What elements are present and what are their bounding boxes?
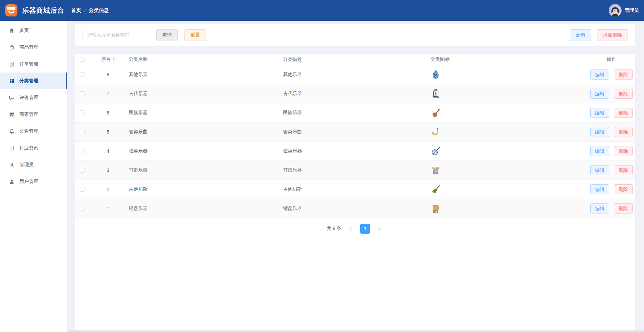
select-all-checkbox[interactable] [80,57,85,62]
category-name: 古代乐器 [125,91,279,97]
row-id: 7 [91,91,125,96]
query-button[interactable]: 查询 [156,29,178,41]
main-content: 查询 重置 新增 批量删除 序号 分类名称 分类描述 分类图标 操作 [67,21,644,332]
table-row: 8 其他乐器 其他乐器 编辑 删除 [75,65,635,84]
sidebar-item-news-doc[interactable]: 行业资讯 [0,140,67,156]
comment-icon [9,95,15,101]
delete-button[interactable]: 删除 [614,146,633,156]
delete-button[interactable]: 删除 [614,184,633,194]
sidebar-item-home[interactable]: 首页 [0,22,67,39]
row-checkbox[interactable] [80,110,85,115]
prev-page-icon[interactable] [346,224,355,233]
table-row: 7 古代乐器 古代乐器 编辑 删除 [75,84,635,103]
row-checkbox[interactable] [80,130,85,134]
table-row: 2 吉他贝斯 吉他贝斯 编辑 删除 [75,180,635,199]
storefront-logo-icon [5,4,18,17]
column-header-id[interactable]: 序号 [91,56,125,62]
store-icon [9,111,15,117]
delete-button[interactable]: 删除 [614,89,633,99]
page-number-button[interactable]: 1 [360,224,370,234]
column-header-ops: 操作 [588,56,635,62]
breadcrumb-current: 分类信息 [89,7,109,14]
row-checkbox[interactable] [80,168,85,173]
row-checkbox[interactable] [80,72,85,77]
user-person-icon [9,179,15,185]
reset-button[interactable]: 重置 [184,29,206,41]
sidebar-item-label: 分类管理 [19,78,38,84]
banjo-icon [431,146,441,156]
edit-button[interactable]: 编辑 [590,184,609,194]
ancient-instrument-icon [431,89,441,99]
delete-button[interactable]: 删除 [614,203,633,214]
row-checkbox[interactable] [80,187,85,192]
horizontal-scrollbar[interactable] [67,330,644,332]
breadcrumb-separator: / [84,8,86,13]
sidebar-item-admin-person[interactable]: 管理员 [0,156,67,173]
category-name: 民族乐器 [125,110,279,116]
edit-button[interactable]: 编辑 [590,127,609,137]
next-page-icon[interactable] [375,224,384,233]
category-name: 其他乐器 [125,72,279,78]
avatar[interactable] [609,4,622,17]
table-header: 序号 分类名称 分类描述 分类图标 操作 [75,54,635,65]
category-description: 管类乐曲 [279,129,427,135]
add-button[interactable]: 新增 [570,29,591,41]
sidebar-item-comment[interactable]: 评价管理 [0,89,67,106]
sidebar-item-label: 评价管理 [19,95,38,101]
sidebar-item-order-doc[interactable]: 订单管理 [0,56,67,73]
app-title: 乐器商城后台 [22,6,64,15]
edit-button[interactable]: 编辑 [590,89,609,99]
row-id: 1 [91,206,125,211]
delete-button[interactable]: 删除 [614,165,633,175]
sidebar-item-label: 用户管理 [19,179,38,185]
toolbar-actions: 新增 批量删除 [570,29,628,41]
sort-icon[interactable] [112,57,115,61]
breadcrumb: 首页 / 分类信息 [71,7,109,14]
sidebar-item-store[interactable]: 商家管理 [0,106,67,123]
search-input[interactable] [83,29,150,41]
bell-icon [9,128,15,134]
sidebar-item-grid[interactable]: 分类管理 [0,73,67,89]
brand: 乐器商城后台 [0,4,67,17]
category-description: 古代乐器 [279,91,427,97]
sidebar-item-label: 公告管理 [19,128,38,134]
delete-button[interactable]: 删除 [614,127,633,137]
column-header-name: 分类名称 [125,56,279,62]
edit-button[interactable]: 编辑 [590,69,609,80]
sidebar-item-label: 首页 [19,28,29,34]
pagination: 共 8 条 1 [75,218,635,239]
delete-button[interactable]: 删除 [614,69,633,80]
row-id: 6 [91,110,125,115]
category-name: 吉他贝斯 [125,186,279,192]
row-checkbox[interactable] [80,206,85,211]
shopping-bag-icon [9,44,15,50]
edit-button[interactable]: 编辑 [590,108,609,118]
edit-button[interactable]: 编辑 [590,146,609,156]
table-row: 6 民族乐器 民族乐器 编辑 删除 [75,103,635,123]
order-doc-icon [9,61,15,67]
sidebar-item-user-person[interactable]: 用户管理 [0,173,67,190]
pipa-icon [431,108,441,118]
edit-button[interactable]: 编辑 [590,203,609,214]
row-id: 8 [91,72,125,77]
pagination-total: 共 8 条 [327,226,341,232]
column-label: 序号 [101,56,111,62]
row-checkbox[interactable] [80,91,85,96]
category-name: 键盘乐器 [125,205,279,211]
user-menu[interactable]: 管理员 [609,4,644,17]
delete-button[interactable]: 删除 [614,108,633,118]
violin-icon [431,184,441,194]
news-doc-icon [9,145,15,151]
edit-button[interactable]: 编辑 [590,165,609,175]
category-description: 打击乐器 [279,167,427,173]
row-id: 3 [91,168,125,173]
breadcrumb-home-link[interactable]: 首页 [71,7,81,14]
sidebar: 首页 商品管理 订单管理 分类管理 评价管理 商家管理 公告管理 [0,21,67,332]
row-checkbox[interactable] [80,149,85,153]
batch-delete-button[interactable]: 批量删除 [597,29,628,41]
sidebar-item-bell[interactable]: 公告管理 [0,123,67,140]
sidebar-item-shopping-bag[interactable]: 商品管理 [0,39,67,56]
row-id: 5 [91,129,125,135]
category-description: 民族乐器 [279,110,427,116]
piano-icon [431,203,441,214]
